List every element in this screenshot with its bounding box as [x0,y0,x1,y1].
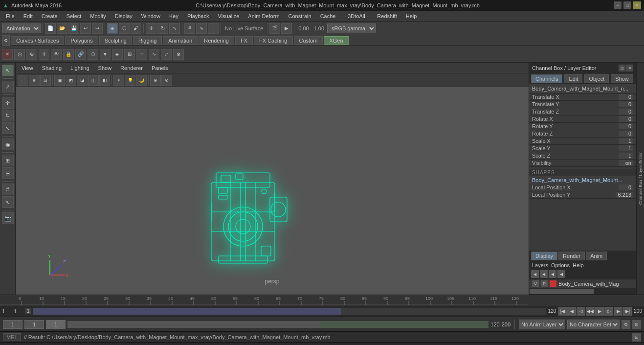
menu-3dtoall[interactable]: - 3DtoAll - [340,12,372,20]
auto-key-icon[interactable]: ⊡ [632,320,641,329]
vp-light1-icon[interactable]: ☀ [113,75,124,86]
menu-playback[interactable]: Playback [183,12,213,20]
viewport[interactable]: View Shading Lighting Show Renderer Pane… [16,63,529,295]
cb-row-local-pos-x[interactable]: Local Position X 0 [529,184,636,191]
cb-tab-channels[interactable]: Channels [531,74,562,83]
shelf-icon-4[interactable]: ✛ [39,49,49,60]
shelf-tab-xgen[interactable]: XGen [324,36,348,45]
mel-mode-label[interactable]: MEL [3,333,21,341]
vp-lighting[interactable]: Lighting [67,64,93,72]
cb-row-rotate-x[interactable]: Rotate X 0 [529,115,636,123]
snap-point-icon[interactable]: · [208,23,219,34]
layer-color-swatch[interactable] [550,280,556,287]
gamma-dropdown[interactable]: sRGB gamma [327,23,376,33]
vp-shade2-icon[interactable]: ◪ [77,75,88,86]
layer-add-icon[interactable]: ◀ [531,270,539,278]
new-scene-icon[interactable]: 📄 [45,23,56,34]
options-label[interactable]: Options [551,262,570,268]
menu-create[interactable]: Create [38,12,62,20]
snap-curve-icon[interactable]: ∿ [196,23,207,34]
frame-current-input[interactable] [46,320,66,329]
shelf-icon-1[interactable]: ✕ [2,49,13,60]
vp-panels[interactable]: Panels [148,64,172,72]
mel-expand-icon[interactable]: ⊡ [632,333,641,342]
cb-row-rotate-y[interactable]: Rotate Y 0 [529,123,636,130]
shelf-icon-14[interactable]: ⤢ [161,49,172,60]
undo-icon[interactable]: ↩ [80,23,91,34]
menu-help[interactable]: Help [402,12,421,20]
layer-v-toggle[interactable]: V [532,280,539,287]
menu-cache[interactable]: Cache [316,12,340,20]
shelf-icon-7[interactable]: 🔗 [75,49,86,60]
soft-select-icon[interactable]: ◉ [2,138,14,150]
render-icon[interactable]: 🎬 [269,23,280,34]
bottom-range-bar[interactable] [67,321,489,328]
cb-close-icon[interactable]: ✕ [626,65,633,71]
show-manip-icon[interactable]: ⊞ [2,155,14,166]
layer-remove-icon[interactable]: ◀ [540,270,548,278]
cb-row-translate-y[interactable]: Translate Y 0 [529,101,636,108]
close-button[interactable]: ✕ [633,1,641,9]
display-tab-anim[interactable]: Anim [586,252,607,260]
mode-dropdown[interactable]: Animation [2,23,41,33]
shelf-tab-sculpting[interactable]: Sculpting [99,36,132,45]
shelf-settings-icon[interactable]: ⚙ [2,35,10,46]
ipr-icon[interactable]: ▶ [281,23,292,34]
vp-shade4-icon[interactable]: ◧ [99,75,110,86]
shelf-icon-5[interactable]: 👁 [51,49,62,60]
vp-outline-icon[interactable]: ▣ [54,75,65,86]
menu-select[interactable]: Select [63,12,86,20]
shelf-tab-curves[interactable]: Curves / Surfaces [11,36,64,45]
display-tab-render[interactable]: Render [558,252,585,260]
prev-frame-btn[interactable]: ◀ [567,307,576,316]
shelf-tab-rendering[interactable]: Rendering [199,36,234,45]
menu-anim-deform[interactable]: Anim Deform [244,12,283,20]
cb-row-translate-x[interactable]: Translate X 0 [529,93,636,101]
cb-row-local-pos-y[interactable]: Local Position Y 6.213 [529,191,636,199]
prev-key-btn[interactable]: ◁ [577,307,585,316]
scrollbar-horizontal[interactable] [529,289,636,295]
shelf-icon-6[interactable]: 🔒 [63,49,74,60]
last-tool-icon[interactable]: ⊟ [2,167,14,179]
cb-tab-object[interactable]: Object [584,74,609,83]
shelf-icon-11[interactable]: ⊞ [124,49,135,60]
shelf-icon-9[interactable]: ▼ [100,49,111,60]
cb-row-scale-y[interactable]: Scale Y 1 [529,145,636,152]
shelf-tab-fx[interactable]: FX [235,36,253,45]
rotate-icon[interactable]: ↻ [157,23,168,34]
display-tab-display[interactable]: Display [531,252,557,260]
save-icon[interactable]: 💾 [68,23,79,34]
scale-icon[interactable]: ⤡ [169,23,180,34]
vp-wireframe-icon[interactable]: ⊡ [40,75,51,86]
play-back-btn[interactable]: ◀◀ [586,307,595,316]
tl-playback-range[interactable] [33,308,546,315]
select-icon[interactable]: ◈ [107,23,118,34]
shelf-icon-8[interactable]: ⬡ [88,49,98,60]
vp-show[interactable]: Show [94,64,116,72]
cb-row-scale-x[interactable]: Scale X 1 [529,138,636,145]
shelf-icon-10[interactable]: ◈ [112,49,123,60]
frame-start-input[interactable] [3,320,22,329]
menu-display[interactable]: Display [111,12,136,20]
next-key-btn[interactable]: ▷ [604,307,613,316]
vp-shade3-icon[interactable]: ◫ [88,75,99,86]
shelf-tab-fxcaching[interactable]: FX Caching [254,36,292,45]
select-tool-icon[interactable]: ↖ [2,65,14,76]
anim-layer-select[interactable]: No Anim Layer [519,320,565,329]
menu-visualize[interactable]: Visualize [214,12,244,20]
go-end-btn[interactable]: ▶| [623,307,632,316]
move-tool-icon[interactable]: ✛ [2,97,14,109]
help-label[interactable]: Help [573,262,584,268]
paint-tool-icon[interactable]: ↗ [2,81,14,92]
menu-key[interactable]: Key [165,12,182,20]
frame-display-input[interactable] [24,320,44,329]
snap-grid-icon[interactable]: # [184,23,195,34]
vp-light3-icon[interactable]: 🌙 [136,75,147,86]
shelf-icon-2[interactable]: ◎ [14,49,25,60]
menu-file[interactable]: File [2,12,19,20]
vp-grid-icon[interactable]: # [29,75,40,86]
vp-shade1-icon[interactable]: ◩ [66,75,76,86]
vp-shading[interactable]: Shading [38,64,66,72]
layer-p-toggle[interactable]: P [541,280,548,287]
scale-tool-icon[interactable]: ⤡ [2,122,14,134]
